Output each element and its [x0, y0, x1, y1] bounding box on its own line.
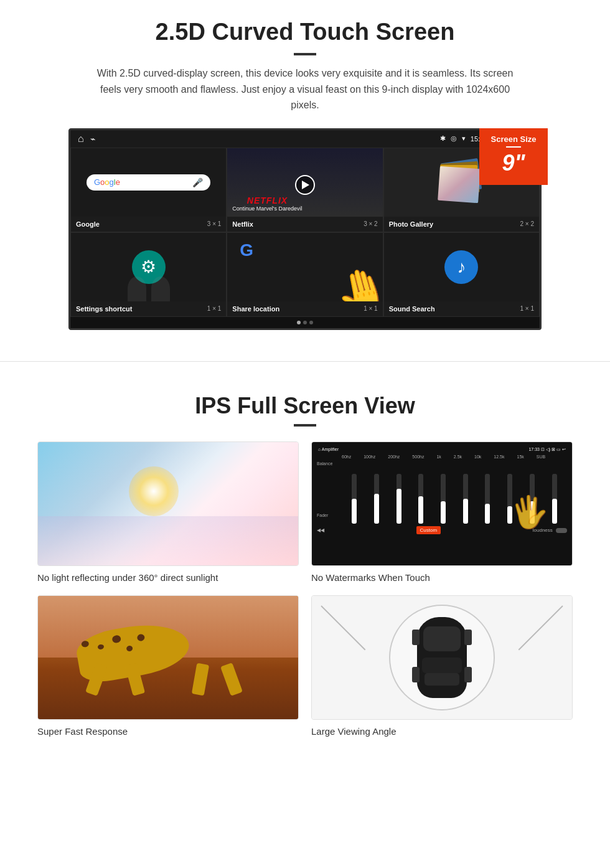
dot-1 [297, 321, 301, 324]
bluetooth-icon: ✱ [440, 134, 446, 143]
amp-slider-1[interactable] [352, 474, 357, 524]
maps-icon: G [240, 240, 253, 260]
touch-hand-icon: 🖐 [509, 492, 550, 531]
freq-2k: 2.5k [454, 455, 462, 459]
google-preview: Google 🎤 [71, 148, 226, 217]
freq-100: 100hz [364, 455, 375, 459]
amp-nav-icons: ◀◀ [317, 527, 324, 533]
app-cell-settings[interactable]: ⚙ Settings shortcut 1 × 1 [70, 232, 227, 317]
app-grid-top: Google 🎤 Google 3 × 1 [70, 148, 540, 232]
app-cell-share[interactable]: G 🤚 Share location 1 × 1 [227, 232, 383, 317]
amp-slider-7[interactable] [485, 474, 490, 524]
amp-slider-10[interactable] [552, 474, 557, 524]
amp-custom-button[interactable]: Custom [416, 526, 441, 534]
sound-app-size: 1 × 1 [520, 305, 534, 312]
section2-divider [294, 424, 316, 427]
car-cabin [422, 658, 462, 673]
sound-app-name: Sound Search [389, 305, 435, 313]
section-curved-screen: 2.5D Curved Touch Screen With 2.5D curve… [0, 0, 610, 342]
settings-label-row: Settings shortcut 1 × 1 [71, 301, 226, 316]
section-ips: IPS Full Screen View No light reflecting… [0, 380, 610, 755]
gallery-label-row: Photo Gallery 2 × 2 [384, 217, 539, 232]
amp-home-icon: ⌂ Amplifier [318, 447, 339, 452]
section1-title: 2.5D Curved Touch Screen [37, 19, 573, 45]
fast-label: Super Fast Response [37, 726, 299, 737]
cheetah-visual [38, 596, 298, 719]
settings-gear-icon: ⚙ [141, 257, 156, 277]
badge-size: 9" [484, 150, 543, 176]
cheetah-spot-4 [126, 645, 133, 652]
car-trunk-top [425, 673, 459, 686]
home-icon[interactable]: ⌂ [78, 133, 84, 144]
sky-visual [38, 442, 298, 565]
amp-labels-col: Balance Fader [317, 461, 342, 524]
sound-label-row: Sound Search 1 × 1 [384, 301, 539, 316]
section1-description: With 2.5D curved-display screen, this de… [87, 65, 523, 113]
amp-fader-label: Fader [317, 513, 342, 517]
silhouette-1 [128, 276, 146, 301]
feature-sunlight: No light reflecting under 360° direct su… [37, 441, 299, 583]
feature-watermarks: ⌂ Amplifier 17:33 ⊡ ◁) ⊠ ▭ ↩ 60hz 100hz … [311, 441, 573, 583]
badge-divider [506, 146, 521, 148]
sunlight-image [37, 441, 299, 566]
feature-fast: Super Fast Response [37, 595, 299, 737]
freq-500: 500hz [412, 455, 424, 459]
cheetah-spot-3 [111, 635, 121, 644]
netflix-label-row: Netflix 3 × 2 [227, 217, 382, 232]
amp-slider-5[interactable] [441, 474, 446, 524]
amp-equalizer: Balance Fader [317, 461, 567, 524]
amp-balance-label: Balance [317, 461, 342, 466]
app-cell-google[interactable]: Google 🎤 Google 3 × 1 [70, 148, 227, 232]
app-cell-netflix[interactable]: NETFLIX Continue Marvel's Daredevil Netf… [227, 148, 383, 232]
feature-viewing-angle: Large Viewing Angle [311, 595, 573, 737]
netflix-info: NETFLIX Continue Marvel's Daredevil [232, 196, 302, 212]
watermarks-label: No Watermarks When Touch [311, 572, 573, 583]
screen-size-badge: Screen Size 9" [479, 128, 548, 185]
google-mic-icon[interactable]: 🎤 [192, 177, 203, 187]
viewing-angle-label: Large Viewing Angle [311, 726, 573, 737]
photo-card-4 [438, 166, 481, 203]
share-label-row: Share location 1 × 1 [227, 301, 382, 316]
amp-image-container: ⌂ Amplifier 17:33 ⊡ ◁) ⊠ ▭ ↩ 60hz 100hz … [311, 441, 573, 566]
amp-freq-labels: 60hz 100hz 200hz 500hz 1k 2.5k 10k 12.5k… [317, 455, 567, 459]
freq-12k: 12.5k [494, 455, 504, 459]
sun-glow [129, 466, 179, 516]
amp-screen: ⌂ Amplifier 17:33 ⊡ ◁) ⊠ ▭ ↩ 60hz 100hz … [312, 442, 572, 565]
share-app-name: Share location [232, 305, 279, 313]
app-cell-sound[interactable]: ♪ Sound Search 1 × 1 [383, 232, 540, 317]
location-icon: ◎ [451, 134, 457, 143]
car-wheel-fl [412, 630, 420, 645]
play-triangle-icon [302, 181, 309, 189]
play-button[interactable] [295, 175, 315, 195]
netflix-subtitle: Continue Marvel's Daredevil [232, 205, 302, 212]
share-preview: G 🤚 [227, 233, 382, 301]
amp-slider-6[interactable] [463, 474, 468, 524]
settings-preview: ⚙ [71, 233, 226, 301]
page-divider [0, 361, 610, 362]
cheetah-spot-5 [136, 634, 145, 642]
car-wheel-fr [464, 630, 472, 645]
google-label-row: Google 3 × 1 [71, 217, 226, 232]
amp-slider-2[interactable] [374, 474, 379, 524]
settings-app-name: Settings shortcut [76, 305, 132, 313]
amp-slider-4[interactable] [418, 474, 423, 524]
maps-icon-wrapper: G [240, 240, 253, 260]
share-app-size: 1 × 1 [364, 305, 378, 312]
google-logo: Google [94, 177, 120, 187]
tablet-mockup-wrapper: Screen Size 9" ⌂ ⌁ ✱ ◎ ▾ 15:06 ⊡ [68, 128, 542, 330]
car-top-view [417, 617, 467, 698]
freq-60: 60hz [342, 455, 351, 459]
angle-line-1 [321, 605, 365, 650]
gallery-app-name: Photo Gallery [389, 220, 434, 228]
google-app-size: 3 × 1 [207, 220, 222, 227]
loudness-toggle[interactable] [556, 528, 567, 533]
music-note-icon: ♪ [457, 257, 466, 277]
car-image-container [311, 595, 573, 720]
cheetah-spot-1 [81, 641, 90, 648]
google-search-bar[interactable]: Google 🎤 [87, 174, 210, 191]
cheetah-image-container [37, 595, 299, 720]
netflix-app-name: Netflix [232, 220, 253, 228]
amp-slider-3[interactable] [396, 474, 401, 524]
netflix-app-size: 3 × 2 [364, 220, 378, 227]
feature-grid: No light reflecting under 360° direct su… [37, 441, 573, 737]
